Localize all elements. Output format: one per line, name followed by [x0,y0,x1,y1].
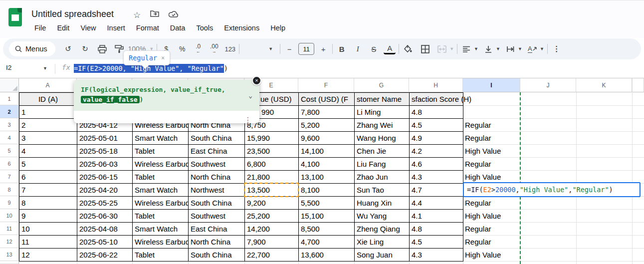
cell-E9[interactable]: 9,200 [244,196,299,210]
horizontal-align-button[interactable] [460,42,472,55]
cell-A11[interactable]: 10 [19,222,77,236]
cell-A7[interactable]: 6 [19,170,77,184]
cell-G2[interactable]: Li Ming [354,105,410,119]
row-header-8[interactable]: 8 [0,183,19,196]
popup-close-button[interactable]: × [252,76,261,85]
text-wrap-button[interactable] [504,42,516,55]
cell-F5[interactable]: 14,100 [298,144,355,158]
menu-format[interactable]: Format [131,22,165,35]
cell-C12[interactable]: Wireless Earbuds [132,235,189,249]
cell-A13[interactable]: 12 [19,248,77,262]
cell-G6[interactable]: Liu Fang [354,157,410,171]
cell-D9[interactable]: South China [188,196,245,210]
cell-D7[interactable]: North China [188,170,245,184]
cell-H8[interactable]: 4.7 [409,183,463,197]
cell-C6[interactable]: Wireless Earbuds [132,157,189,171]
vertical-align-button[interactable] [482,42,494,55]
column-header-H[interactable]: H [409,78,463,92]
row-header-7[interactable]: 7 [0,170,19,183]
text-wrap-caret-icon[interactable]: ▼ [518,46,522,51]
cell-I6[interactable]: Regular [463,157,520,170]
cell-E7[interactable]: 21,800 [244,170,299,184]
cell-H5[interactable]: 4.2 [409,144,463,158]
format-percent-button[interactable]: % [176,42,188,55]
menu-tools[interactable]: Tools [191,22,218,35]
cell-I3[interactable]: Regular [463,118,520,131]
name-box[interactable]: I2 [6,64,11,71]
cell-G4[interactable]: Wang Hong [354,131,410,145]
more-options-button[interactable]: ⋮ [551,42,563,55]
menu-view[interactable]: View [75,22,101,35]
cell-F11[interactable]: 8,500 [298,222,355,236]
row-header-partial[interactable] [0,261,19,264]
cell-G10[interactable]: Wu Yang [354,209,410,223]
cell-C10[interactable]: Tablet [132,209,189,223]
cell-A2[interactable]: 1 [19,105,77,119]
vertical-align-caret-icon[interactable]: ▼ [496,46,500,51]
cell-I7[interactable]: High Value [463,170,520,183]
cell-F4[interactable]: 9,600 [298,131,355,145]
cell-A12[interactable]: 11 [19,235,77,249]
cell-F13[interactable]: 13,600 [298,248,355,262]
row-header-3[interactable]: 3 [0,118,19,131]
cell-A4[interactable]: 3 [19,131,77,145]
cell-F3[interactable]: 5,200 [298,118,355,132]
cell-G9[interactable]: Huang Xin [354,196,410,210]
cloud-saved-icon[interactable] [169,10,179,20]
column-header-K[interactable]: K [576,78,632,92]
menus-search-button[interactable]: Menus [9,41,55,56]
cell-A9[interactable]: 8 [19,196,77,210]
cell-H4[interactable]: 4.9 [409,131,463,145]
cell-E5[interactable]: 23,500 [244,144,299,158]
row-header-5[interactable]: 5 [0,144,19,157]
cell-H2[interactable]: 4.8 [409,105,463,119]
cell-C9[interactable]: Wireless Earbuds [132,196,189,210]
cell-B13[interactable]: 2025-06-22 [77,248,133,262]
strikethrough-button[interactable]: S [368,42,380,55]
cell-A5[interactable]: 4 [19,144,77,158]
cell-A3[interactable]: 2 [19,118,77,132]
column-header-F[interactable]: F [298,78,354,92]
cell-B12[interactable]: 2025-05-10 [77,235,133,249]
drag-handle-dots-icon[interactable]: ⋮ [244,118,251,122]
cell-I10[interactable]: High Value [463,209,520,222]
text-rotation-button[interactable]: A [526,42,538,55]
row-header-1[interactable]: 1 [0,92,19,105]
name-box-caret-icon[interactable]: ▼ [43,66,47,71]
column-header-A[interactable]: A [19,78,77,92]
cell-H11[interactable]: 4.8 [409,222,463,236]
bold-button[interactable]: B [336,42,348,55]
cell-H12[interactable]: 4.5 [409,235,463,249]
decrease-decimal-button[interactable]: .0← [192,42,204,55]
text-rotation-caret-icon[interactable]: ▼ [540,46,544,51]
undo-button[interactable]: ↺ [62,42,74,55]
text-color-button[interactable]: A [384,43,396,54]
star-icon[interactable]: ☆ [133,10,141,20]
cell-H7[interactable]: 4.3 [409,170,463,184]
cell-G8[interactable]: Sun Tao [354,183,410,197]
cell-G3[interactable]: Zhang Wei [354,118,410,132]
cell-F1[interactable]: Cost (USD) (F [298,92,355,106]
column-header-J[interactable]: J [520,78,576,92]
cell-I13[interactable]: High Value [463,248,520,261]
cell-C11[interactable]: Smart Watch [132,222,189,236]
cell-C13[interactable]: Tablet [132,248,189,262]
column-header-G[interactable]: G [354,78,409,92]
row-header-13[interactable]: 13 [0,248,19,261]
cell-G13[interactable]: Song Juan [354,248,410,262]
row-header-10[interactable]: 10 [0,209,19,222]
cell-B11[interactable]: 2025-04-08 [77,222,133,236]
menu-edit[interactable]: Edit [51,22,75,35]
font-family-caret-icon[interactable]: ▼ [268,46,273,51]
cell-B4[interactable]: 2025-05-01 [77,131,133,145]
menu-help[interactable]: Help [265,22,291,35]
cell-C8[interactable]: Smart Watch [132,183,189,197]
merge-cells-button[interactable] [436,42,448,55]
cell-E4[interactable]: 15,990 [244,131,299,145]
cell-E11[interactable]: 14,200 [244,222,299,236]
cell-E6[interactable]: 6,800 [244,157,299,171]
cell-D5[interactable]: East China [188,144,245,158]
cell-F12[interactable]: 4,700 [298,235,355,249]
horizontal-align-caret-icon[interactable]: ▼ [474,46,478,51]
cell-E12[interactable]: 7,900 [244,235,299,249]
